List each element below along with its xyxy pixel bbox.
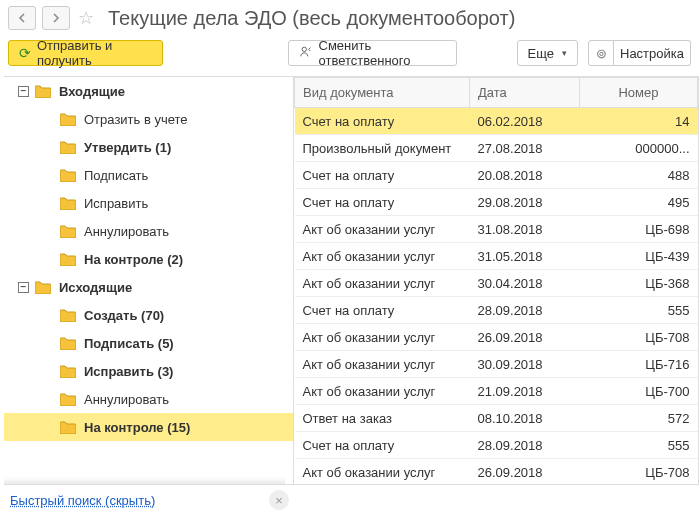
quick-search-link[interactable]: Быстрый поиск (скрыть) (10, 493, 155, 508)
cell-number: 555 (580, 297, 698, 324)
cell-date: 08.10.2018 (470, 405, 580, 432)
col-header-number[interactable]: Номер (580, 78, 698, 108)
change-responsible-button[interactable]: Сменить ответственного (288, 40, 457, 66)
chevron-down-icon: ▾ (562, 48, 567, 58)
table-row[interactable]: Счет на оплату28.09.2018555 (295, 297, 698, 324)
cell-date: 28.09.2018 (470, 432, 580, 459)
tree-item-incoming-0[interactable]: Отразить в учете (4, 105, 293, 133)
table-row[interactable]: Акт об оказании услуг21.09.2018ЦБ-700 (295, 378, 698, 405)
cell-date: 26.09.2018 (470, 459, 580, 486)
gear-icon: ⊚ (596, 46, 607, 61)
tree-label: Аннулировать (84, 392, 169, 407)
cell-date: 21.09.2018 (470, 378, 580, 405)
send-receive-label: Отправить и получить (37, 38, 152, 68)
table-row[interactable]: Акт об оказании услуг30.04.2018ЦБ-368 (295, 270, 698, 297)
col-header-type[interactable]: Вид документа (295, 78, 470, 108)
folder-icon (60, 113, 78, 126)
tree-item-incoming-3[interactable]: Исправить (4, 189, 293, 217)
table-row[interactable]: Акт об оказании услуг31.05.2018ЦБ-439 (295, 243, 698, 270)
table-row[interactable]: Счет на оплату29.08.2018495 (295, 189, 698, 216)
folder-icon (35, 281, 53, 294)
settings-button[interactable]: Настройка (614, 40, 691, 66)
refresh-icon: ⟳ (19, 45, 31, 61)
tree-item-outgoing-4[interactable]: На контроле (15) (4, 413, 293, 441)
table-row[interactable]: Акт об оказании услуг26.09.2018ЦБ-708 (295, 459, 698, 486)
table-row[interactable]: Счет на оплату20.08.2018488 (295, 162, 698, 189)
table-row[interactable]: Акт об оказании услуг26.09.2018ЦБ-708 (295, 324, 698, 351)
change-responsible-label: Сменить ответственного (319, 38, 446, 68)
person-swap-icon (299, 45, 313, 62)
settings-icon-button[interactable]: ⊚ (588, 40, 614, 66)
col-header-date[interactable]: Дата (470, 78, 580, 108)
tree-item-incoming-1[interactable]: Утвердить (1) (4, 133, 293, 161)
table-row[interactable]: Акт об оказании услуг30.09.2018ЦБ-716 (295, 351, 698, 378)
svg-point-0 (302, 47, 306, 51)
tree-item-incoming-2[interactable]: Подписать (4, 161, 293, 189)
favorite-star-icon[interactable]: ☆ (76, 8, 96, 28)
cell-date: 30.09.2018 (470, 351, 580, 378)
cell-type: Акт об оказании услуг (295, 324, 470, 351)
cell-date: 29.08.2018 (470, 189, 580, 216)
cell-date: 20.08.2018 (470, 162, 580, 189)
folder-icon (60, 253, 78, 266)
expand-icon[interactable]: − (18, 86, 29, 97)
tree-item-incoming-4[interactable]: Аннулировать (4, 217, 293, 245)
cell-type: Акт об оказании услуг (295, 351, 470, 378)
folder-icon (60, 421, 78, 434)
tree-item-outgoing-2[interactable]: Исправить (3) (4, 357, 293, 385)
cell-type: Акт об оказании услуг (295, 216, 470, 243)
folder-icon (60, 141, 78, 154)
folder-icon (60, 169, 78, 182)
sidebar-tree: − ВходящиеОтразить в учетеУтвердить (1)П… (4, 76, 294, 485)
cell-type: Акт об оказании услуг (295, 270, 470, 297)
more-button[interactable]: Еще ▾ (517, 40, 578, 66)
tree-group-incoming[interactable]: − Входящие (4, 77, 293, 105)
tree-label: Создать (70) (84, 308, 164, 323)
tree-label: Входящие (59, 84, 125, 99)
cell-date: 31.08.2018 (470, 216, 580, 243)
folder-icon (60, 309, 78, 322)
cell-number: ЦБ-700 (580, 378, 698, 405)
cell-type: Ответ на заказ (295, 405, 470, 432)
table-row[interactable]: Ответ на заказ08.10.2018572 (295, 405, 698, 432)
expand-icon[interactable]: − (18, 282, 29, 293)
cell-number: 14 (580, 108, 698, 135)
cell-number: ЦБ-716 (580, 351, 698, 378)
cell-type: Счет на оплату (295, 297, 470, 324)
nav-back-button[interactable] (8, 6, 36, 30)
send-receive-button[interactable]: ⟳ Отправить и получить (8, 40, 163, 66)
cell-type: Счет на оплату (295, 189, 470, 216)
tree-item-incoming-5[interactable]: На контроле (2) (4, 245, 293, 273)
tree-label: Исправить (84, 196, 148, 211)
cell-number: ЦБ-708 (580, 324, 698, 351)
table-row[interactable]: Счет на оплату06.02.201814 (295, 108, 698, 135)
cell-number: ЦБ-708 (580, 459, 698, 486)
tree-label: Подписать (84, 168, 148, 183)
cell-number: 488 (580, 162, 698, 189)
tree-item-outgoing-1[interactable]: Подписать (5) (4, 329, 293, 357)
cell-number: 572 (580, 405, 698, 432)
cell-type: Акт об оказании услуг (295, 243, 470, 270)
table-row[interactable]: Счет на оплату28.09.2018555 (295, 432, 698, 459)
table-row[interactable]: Произвольный документ27.08.2018000000... (295, 135, 698, 162)
cell-type: Счет на оплату (295, 162, 470, 189)
cell-date: 26.09.2018 (470, 324, 580, 351)
cell-number: ЦБ-698 (580, 216, 698, 243)
cell-type: Счет на оплату (295, 108, 470, 135)
tree-label: Отразить в учете (84, 112, 188, 127)
nav-forward-button[interactable] (42, 6, 70, 30)
more-label: Еще (528, 46, 554, 61)
page-title: Текущие дела ЭДО (весь документооборот) (108, 7, 515, 30)
folder-icon (60, 197, 78, 210)
tree-label: Аннулировать (84, 224, 169, 239)
cell-number: ЦБ-439 (580, 243, 698, 270)
tree-label: Исправить (3) (84, 364, 173, 379)
tree-label: На контроле (15) (84, 420, 190, 435)
tree-group-outgoing[interactable]: − Исходящие (4, 273, 293, 301)
tree-item-outgoing-3[interactable]: Аннулировать (4, 385, 293, 413)
table-row[interactable]: Акт об оказании услуг31.08.2018ЦБ-698 (295, 216, 698, 243)
tree-item-outgoing-0[interactable]: Создать (70) (4, 301, 293, 329)
close-search-button[interactable]: × (269, 490, 289, 510)
tree-label: Утвердить (1) (84, 140, 171, 155)
tree-label: На контроле (2) (84, 252, 183, 267)
